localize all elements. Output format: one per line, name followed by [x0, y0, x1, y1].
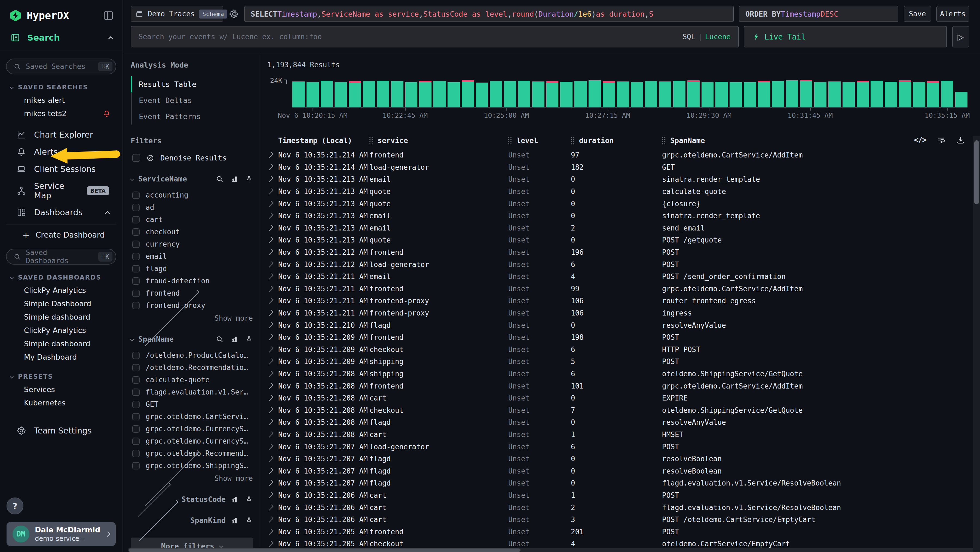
histogram-bar[interactable] — [574, 81, 587, 107]
table-row[interactable]: Nov 6 10:35:21.208 AMcartUnset0EXPIRE — [267, 392, 967, 404]
sidebar-item-chart-explorer[interactable]: Chart Explorer — [6, 126, 116, 143]
checkbox[interactable] — [132, 450, 140, 457]
saved-dashboard-item[interactable]: Simple dashboard — [6, 310, 116, 324]
table-row[interactable]: Nov 6 10:35:21.211 AMfrontend-proxyUnset… — [267, 307, 967, 319]
filter-option[interactable]: grpc.oteldemo.CurrencyS… — [130, 436, 253, 446]
live-tail-button[interactable]: Live Tail — [744, 26, 947, 48]
row-expander[interactable] — [267, 188, 278, 195]
chart-icon[interactable] — [231, 517, 238, 524]
histogram-bar[interactable] — [814, 82, 826, 107]
histogram-bar[interactable] — [800, 80, 812, 107]
sidebar-item-service-map[interactable]: Service Map BETA — [6, 178, 116, 204]
saved-search-item[interactable]: mikes tets2 — [6, 107, 116, 120]
collapse-sidebar-icon[interactable] — [103, 10, 114, 21]
histogram-bar[interactable] — [645, 81, 657, 107]
sidebar-item-alerts[interactable]: Alerts — [6, 143, 116, 161]
table-row[interactable]: Nov 6 10:35:21.214 AMload-generatorUnset… — [267, 161, 967, 174]
filter-group-header[interactable]: ServiceName — [130, 175, 253, 183]
table-row[interactable]: Nov 6 10:35:21.213 AMemailUnset0sinatra.… — [267, 210, 967, 222]
checkbox[interactable] — [132, 278, 140, 285]
checkbox[interactable] — [132, 413, 140, 420]
histogram-bar[interactable] — [546, 81, 558, 107]
expand-chevron-icon[interactable] — [267, 407, 274, 413]
histogram-bar[interactable] — [927, 81, 939, 107]
table-row[interactable]: Nov 6 10:35:21.211 AMemailUnset4POST /se… — [267, 271, 967, 283]
user-menu[interactable]: DM Dale McDiarmid demo-service - — [6, 522, 116, 546]
search-icon[interactable] — [216, 335, 223, 343]
table-row[interactable]: Nov 6 10:35:21.207 AMflagdUnset0resolveB… — [267, 465, 967, 477]
checkbox[interactable] — [132, 389, 140, 396]
histogram-bar[interactable] — [843, 82, 855, 107]
histogram-bars[interactable] — [293, 79, 967, 108]
filter-option[interactable]: /oteldemo.ProductCatalo… — [130, 350, 253, 360]
table-row[interactable]: Nov 6 10:35:21.213 AMemailUnset2send_ema… — [267, 222, 967, 234]
histogram-bar[interactable] — [617, 81, 629, 107]
histogram-bar[interactable] — [772, 81, 784, 107]
pin-icon[interactable] — [245, 175, 253, 183]
saved-search-item[interactable]: mikes alert — [6, 93, 116, 107]
expand-chevron-icon[interactable] — [267, 261, 274, 268]
row-expander[interactable] — [267, 212, 278, 220]
column-header-timestamp[interactable]: Timestamp (Local) — [278, 136, 369, 145]
table-row[interactable]: Nov 6 10:35:21.208 AMcheckoutUnset7oteld… — [267, 404, 967, 416]
checkbox[interactable] — [132, 290, 140, 297]
row-expander[interactable] — [267, 346, 278, 353]
expand-chevron-icon[interactable] — [267, 274, 274, 280]
row-expander[interactable] — [267, 322, 278, 329]
expand-chevron-icon[interactable] — [267, 298, 274, 304]
filter-group-header[interactable]: SpanKind — [130, 516, 253, 525]
saved-dashboard-item[interactable]: Simple dashboard — [6, 337, 116, 350]
search-icon[interactable] — [216, 175, 223, 183]
filter-option[interactable]: /oteldemo.Recommendatio… — [130, 363, 253, 372]
table-row[interactable]: Nov 6 10:35:21.209 AMshippingUnset5POST — [267, 356, 967, 368]
histogram-bar[interactable] — [899, 80, 911, 107]
checkbox[interactable] — [132, 376, 140, 384]
histogram-bar[interactable] — [857, 81, 869, 107]
table-row[interactable]: Nov 6 10:35:21.207 AMflagdUnset0flagd.ev… — [267, 477, 967, 489]
histogram-bar[interactable] — [786, 80, 798, 107]
row-expander[interactable] — [267, 443, 278, 451]
saved-dashboard-item[interactable]: ClickPy Analytics — [6, 284, 116, 297]
expand-chevron-icon[interactable] — [267, 541, 274, 547]
histogram-bar[interactable] — [363, 81, 375, 107]
histogram-bar[interactable] — [955, 92, 967, 107]
row-expander[interactable] — [267, 333, 278, 341]
vertical-scrollbar-thumb[interactable] — [974, 140, 979, 204]
histogram-bar[interactable] — [589, 80, 601, 107]
row-expander[interactable] — [267, 516, 278, 523]
histogram-bar[interactable] — [758, 81, 770, 107]
saved-searches-section[interactable]: SAVED SEARCHES — [10, 84, 116, 91]
histogram-bar[interactable] — [321, 81, 333, 107]
checkbox[interactable] — [132, 302, 140, 309]
histogram-bar[interactable] — [659, 81, 671, 107]
histogram-bar[interactable] — [730, 82, 742, 107]
row-expander[interactable] — [267, 358, 278, 365]
filter-option[interactable]: GET — [130, 399, 253, 409]
expand-chevron-icon[interactable] — [267, 456, 274, 462]
expand-chevron-icon[interactable] — [267, 237, 274, 243]
expand-chevron-icon[interactable] — [267, 201, 274, 207]
expand-chevron-icon[interactable] — [267, 432, 274, 438]
analysis-mode-event-patterns[interactable]: Event Patterns — [130, 108, 253, 124]
row-expander[interactable] — [267, 382, 278, 390]
expand-chevron-icon[interactable] — [267, 517, 274, 523]
create-dashboard-button[interactable]: + Create Dashboard — [6, 227, 116, 243]
expand-chevron-icon[interactable] — [267, 371, 274, 377]
row-expander[interactable] — [267, 200, 278, 207]
expand-chevron-icon[interactable] — [267, 346, 274, 353]
table-row[interactable]: Nov 6 10:35:21.208 AMflagdUnset0resolveA… — [267, 416, 967, 429]
table-row[interactable]: Nov 6 10:35:21.206 AMcartUnset2flagd.eva… — [267, 501, 967, 514]
table-row[interactable]: Nov 6 10:35:21.205 AMfrontendUnset201POS… — [267, 526, 967, 538]
chevron-up-icon[interactable] — [108, 36, 113, 41]
table-row[interactable]: Nov 6 10:35:21.208 AMcartUnset1HMSET — [267, 429, 967, 441]
sidebar-item-search[interactable]: Search — [0, 28, 122, 50]
preset-item[interactable]: Services — [6, 383, 116, 396]
order-by-input[interactable]: ORDER BY Timestamp DESC — [739, 6, 898, 22]
histogram-bar[interactable] — [405, 82, 418, 107]
row-expander[interactable] — [267, 236, 278, 244]
checkbox[interactable] — [132, 265, 140, 273]
row-expander[interactable] — [267, 504, 278, 511]
expand-chevron-icon[interactable] — [267, 152, 274, 158]
expand-chevron-icon[interactable] — [267, 249, 274, 255]
saved-searches-input[interactable]: Saved Searches ⌘K — [6, 59, 116, 74]
